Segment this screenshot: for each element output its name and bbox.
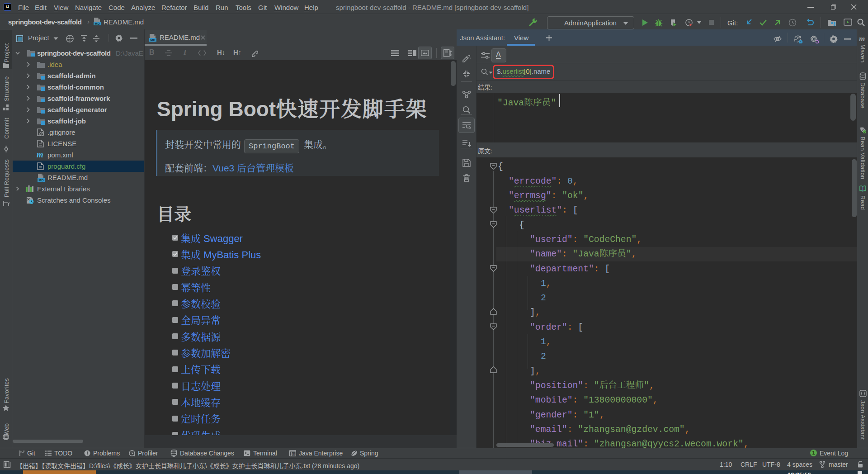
svg-text:MD: MD — [95, 22, 100, 25]
svg-text:MD: MD — [151, 38, 156, 42]
svg-text:MD: MD — [39, 179, 44, 182]
svg-text:EE: EE — [292, 452, 296, 455]
